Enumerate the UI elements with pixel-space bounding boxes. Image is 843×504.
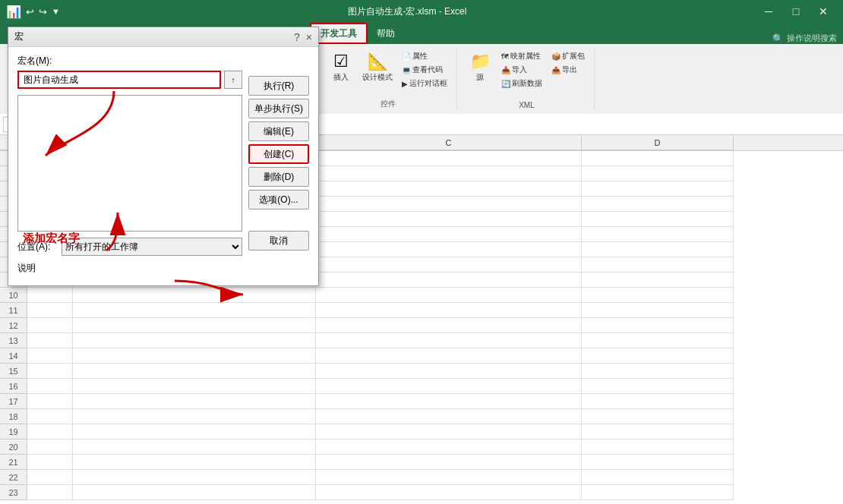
cell-d7[interactable] bbox=[582, 242, 734, 257]
cell-b12[interactable] bbox=[73, 318, 316, 333]
import-button[interactable]: 📥 导入 bbox=[498, 64, 545, 76]
cell-c16[interactable] bbox=[316, 379, 582, 394]
cell-c20[interactable] bbox=[316, 439, 582, 455]
cell-a17[interactable] bbox=[27, 394, 73, 409]
redo-icon[interactable]: ↪ bbox=[39, 6, 47, 17]
cell-c21[interactable] bbox=[316, 455, 582, 470]
insert-control-button[interactable]: ☑ 插入 bbox=[326, 50, 356, 83]
cell-a13[interactable] bbox=[27, 333, 73, 348]
edit-button[interactable]: 编辑(E) bbox=[248, 121, 309, 141]
cell-a12[interactable] bbox=[27, 318, 73, 333]
cell-a22[interactable] bbox=[27, 470, 73, 485]
cell-b22[interactable] bbox=[73, 470, 316, 485]
cell-a18[interactable] bbox=[27, 409, 73, 424]
cell-a11[interactable] bbox=[27, 303, 73, 318]
cell-c5[interactable] bbox=[316, 212, 582, 227]
design-mode-button[interactable]: 📐 设计模式 bbox=[359, 50, 396, 83]
cell-c4[interactable] bbox=[316, 197, 582, 212]
tab-help[interactable]: 帮助 bbox=[368, 23, 404, 44]
cell-d2[interactable] bbox=[582, 166, 734, 181]
cell-b20[interactable] bbox=[73, 439, 316, 455]
create-button[interactable]: 创建(C) bbox=[248, 144, 309, 164]
undo-icon[interactable]: ↩ bbox=[26, 6, 34, 17]
col-header-d[interactable]: D bbox=[582, 135, 734, 150]
maximize-button[interactable]: □ bbox=[782, 0, 810, 23]
cell-c1[interactable] bbox=[316, 151, 582, 166]
cell-a14[interactable] bbox=[27, 348, 73, 364]
cell-c18[interactable] bbox=[316, 409, 582, 424]
dialog-help-button[interactable]: ? bbox=[294, 31, 300, 43]
cell-a21[interactable] bbox=[27, 455, 73, 470]
cell-a10[interactable] bbox=[27, 288, 73, 303]
cell-a19[interactable] bbox=[27, 424, 73, 439]
cell-c9[interactable] bbox=[316, 272, 582, 288]
cell-b17[interactable] bbox=[73, 394, 316, 409]
cell-d14[interactable] bbox=[582, 348, 734, 364]
cell-d21[interactable] bbox=[582, 455, 734, 470]
cell-a15[interactable] bbox=[27, 364, 73, 379]
options-button[interactable]: 选项(O)... bbox=[248, 190, 309, 209]
cell-d10[interactable] bbox=[582, 288, 734, 303]
cell-d1[interactable] bbox=[582, 151, 734, 166]
cell-d16[interactable] bbox=[582, 379, 734, 394]
cell-d3[interactable] bbox=[582, 181, 734, 197]
cell-d23[interactable] bbox=[582, 485, 734, 500]
cell-d20[interactable] bbox=[582, 439, 734, 455]
cell-b21[interactable] bbox=[73, 455, 316, 470]
cell-c6[interactable] bbox=[316, 227, 582, 242]
cell-c14[interactable] bbox=[316, 348, 582, 364]
cell-d4[interactable] bbox=[582, 197, 734, 212]
cell-d22[interactable] bbox=[582, 470, 734, 485]
macro-collapse-button[interactable]: ↑ bbox=[224, 71, 242, 89]
cell-c23[interactable] bbox=[316, 485, 582, 500]
export-button[interactable]: 📤 导出 bbox=[548, 64, 588, 76]
customize-icon[interactable]: ▼ bbox=[52, 7, 60, 16]
cell-b11[interactable] bbox=[73, 303, 316, 318]
cell-c3[interactable] bbox=[316, 181, 582, 197]
cell-c12[interactable] bbox=[316, 318, 582, 333]
cell-d17[interactable] bbox=[582, 394, 734, 409]
cancel-button[interactable]: 取消 bbox=[248, 231, 309, 250]
macro-list[interactable] bbox=[17, 95, 242, 232]
refresh-button[interactable]: 🔄 刷新数据 bbox=[498, 77, 545, 90]
close-button[interactable]: ✕ bbox=[810, 0, 837, 23]
cell-c2[interactable] bbox=[316, 166, 582, 181]
cell-d19[interactable] bbox=[582, 424, 734, 439]
expand-button[interactable]: 📦 扩展包 bbox=[548, 50, 588, 62]
cell-d11[interactable] bbox=[582, 303, 734, 318]
run-button[interactable]: 执行(R) bbox=[248, 76, 309, 96]
cell-b14[interactable] bbox=[73, 348, 316, 364]
cell-c8[interactable] bbox=[316, 257, 582, 272]
cell-b10[interactable] bbox=[73, 288, 316, 303]
cell-b18[interactable] bbox=[73, 409, 316, 424]
cell-c15[interactable] bbox=[316, 364, 582, 379]
col-header-c[interactable]: C bbox=[316, 135, 582, 150]
cell-b13[interactable] bbox=[73, 333, 316, 348]
cell-d15[interactable] bbox=[582, 364, 734, 379]
cell-c7[interactable] bbox=[316, 242, 582, 257]
cell-d12[interactable] bbox=[582, 318, 734, 333]
map-props-button[interactable]: 🗺 映射属性 bbox=[498, 50, 545, 62]
cell-b16[interactable] bbox=[73, 379, 316, 394]
macro-dialog[interactable]: 宏 ? × 宏名(M): ↑ 位置(A): bbox=[8, 27, 319, 286]
cell-c19[interactable] bbox=[316, 424, 582, 439]
cell-c10[interactable] bbox=[316, 288, 582, 303]
cell-a16[interactable] bbox=[27, 379, 73, 394]
dialog-close-button[interactable]: × bbox=[306, 31, 312, 43]
cell-a20[interactable] bbox=[27, 439, 73, 455]
cell-b23[interactable] bbox=[73, 485, 316, 500]
step-button[interactable]: 单步执行(S) bbox=[248, 99, 309, 118]
cell-c22[interactable] bbox=[316, 470, 582, 485]
cell-c13[interactable] bbox=[316, 333, 582, 348]
properties-button[interactable]: 📄 属性 bbox=[399, 50, 450, 62]
run-dialog-button[interactable]: ▶ 运行对话框 bbox=[399, 77, 450, 90]
cell-d5[interactable] bbox=[582, 212, 734, 227]
xml-source-button[interactable]: 📁 源 bbox=[465, 50, 495, 83]
location-select[interactable]: 所有打开的工作簿 bbox=[62, 238, 242, 256]
cell-d18[interactable] bbox=[582, 409, 734, 424]
cell-d13[interactable] bbox=[582, 333, 734, 348]
cell-d6[interactable] bbox=[582, 227, 734, 242]
search-label[interactable]: 操作说明搜索 bbox=[787, 33, 837, 44]
view-code-button[interactable]: 💻 查看代码 bbox=[399, 64, 450, 76]
cell-b19[interactable] bbox=[73, 424, 316, 439]
